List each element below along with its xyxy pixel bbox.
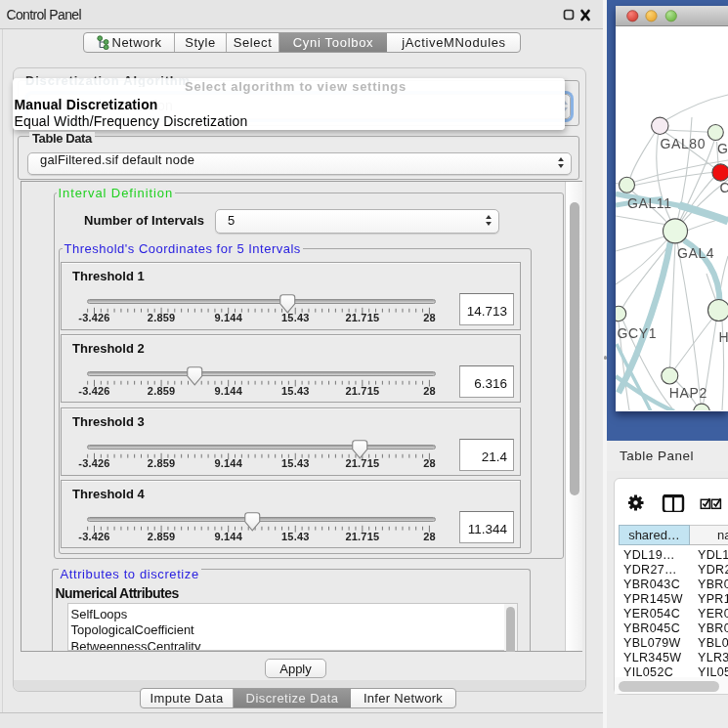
svg-text:GA: GA xyxy=(717,141,728,156)
svg-text:GAL80: GAL80 xyxy=(661,136,707,151)
svg-text:GCY1: GCY1 xyxy=(618,325,658,341)
svg-text:GAL11: GAL11 xyxy=(627,195,672,211)
svg-text:HAP2: HAP2 xyxy=(669,385,707,401)
svg-text:GAL4: GAL4 xyxy=(677,245,714,261)
svg-text:H: H xyxy=(719,329,728,345)
svg-text:C: C xyxy=(720,180,728,195)
